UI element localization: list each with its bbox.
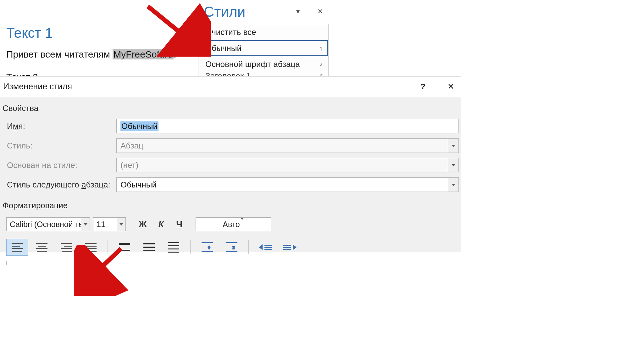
modify-style-dialog: Изменение стиля ? ✕ Свойства Имя: Обычны…	[0, 76, 461, 252]
line-spacing-icon	[143, 243, 155, 251]
align-right-button[interactable]	[55, 239, 77, 256]
body-suffix: !	[174, 49, 176, 59]
style-item-label: Основной шрифт абзаца	[205, 59, 300, 69]
preview-box	[6, 261, 455, 265]
label-based: Основан на стиле:	[7, 160, 116, 170]
style-item-label: Обычный	[205, 43, 242, 53]
section-formatting: Форматирование	[0, 194, 461, 214]
chevron-down-icon[interactable]	[117, 218, 125, 231]
font-combo-value: Calibri (Основной текст	[10, 220, 90, 229]
font-color-value: Авто	[223, 220, 240, 229]
italic-button[interactable]: К	[153, 217, 169, 231]
based-on-combo[interactable]: (нет)	[116, 158, 459, 172]
dialog-title: Изменение стиля	[3, 82, 72, 92]
separator	[190, 240, 191, 254]
row-style: Стиль: Абзац	[3, 136, 459, 155]
increase-indent-button[interactable]	[279, 239, 301, 256]
increase-indent-icon	[283, 244, 297, 250]
chevron-down-icon[interactable]	[448, 178, 458, 192]
line-spacing-icon	[119, 243, 130, 251]
style-item-marker: ¶	[320, 46, 323, 51]
line-spacing-15-button[interactable]	[138, 239, 160, 256]
styles-list: Очистить все Обычный ¶ Основной шрифт аб…	[198, 24, 329, 80]
label-next: Стиль следующего абзаца:	[7, 180, 116, 190]
style-item-normal[interactable]: Обычный ¶	[198, 40, 328, 56]
name-input[interactable]: Обычный	[116, 119, 459, 133]
pane-title: Стили	[204, 3, 246, 20]
name-input-value: Обычный	[120, 121, 158, 131]
styles-pane: Стили ▾ ✕ Очистить все Обычный ¶ Основно…	[198, 0, 329, 80]
chevron-down-icon[interactable]	[81, 218, 90, 231]
align-right-icon	[61, 243, 72, 252]
row-next-style: Стиль следующего абзаца: Обычный	[3, 175, 459, 194]
decrease-indent-button[interactable]	[254, 239, 276, 256]
line-spacing-icon	[168, 242, 179, 253]
font-size-combo[interactable]: 11	[93, 217, 126, 231]
pane-title-row: Стили ▾ ✕	[198, 0, 329, 24]
next-style-combo[interactable]: Обычный	[116, 177, 459, 192]
font-color-combo[interactable]: Авто	[196, 217, 271, 231]
body-selected-text[interactable]: MyFreeSoft.ru	[113, 49, 174, 59]
line-spacing-1-button[interactable]	[114, 239, 136, 256]
separator	[108, 240, 108, 254]
align-justify-icon	[85, 243, 97, 252]
chevron-down-icon[interactable]	[448, 158, 458, 172]
combo-value: Абзац	[120, 141, 143, 151]
style-item-marker: a	[320, 62, 323, 67]
align-center-button[interactable]	[31, 239, 53, 256]
style-item-label: Очистить все	[205, 27, 256, 37]
style-item-clear-all[interactable]: Очистить все	[198, 24, 328, 40]
decrease-indent-icon	[259, 244, 272, 250]
pane-options-icon[interactable]: ▾	[296, 8, 300, 16]
align-left-button[interactable]	[6, 239, 28, 256]
close-icon[interactable]: ✕	[447, 82, 454, 92]
style-item-default-paragraph-font[interactable]: Основной шрифт абзаца a	[198, 56, 328, 72]
chevron-down-icon[interactable]	[448, 139, 458, 153]
label-style: Стиль:	[7, 141, 116, 151]
space-after-icon: ▼▲	[226, 242, 237, 253]
underline-button[interactable]: Ч	[172, 217, 187, 231]
align-left-icon	[12, 243, 23, 252]
chevron-down-icon[interactable]	[240, 220, 244, 229]
font-size-value: 11	[97, 220, 105, 229]
combo-value: Обычный	[120, 180, 157, 190]
row-based-on: Основан на стиле: (нет)	[3, 155, 459, 175]
align-justify-button[interactable]	[80, 239, 102, 256]
bold-button[interactable]: Ж	[135, 217, 150, 231]
paragraph-toolbar: ▲▼ ▼▲	[0, 233, 461, 256]
space-before-button[interactable]: ▲▼	[196, 239, 218, 256]
align-center-icon	[36, 243, 47, 252]
body-prefix: Привет всем читателям	[6, 49, 113, 59]
style-type-combo[interactable]: Абзац	[116, 138, 459, 153]
properties-form: Имя: Обычный Стиль: Абзац Основан на сти…	[0, 116, 461, 194]
row-name: Имя: Обычный	[3, 116, 459, 136]
dialog-titlebar: Изменение стиля ? ✕	[0, 76, 461, 97]
font-combo[interactable]: Calibri (Основной текст	[6, 217, 90, 231]
formatting-toolbar: Calibri (Основной текст 11 Ж К Ч Авто	[0, 214, 461, 233]
line-spacing-2-button[interactable]	[163, 239, 185, 256]
help-icon[interactable]: ?	[420, 82, 425, 92]
label-name: Имя:	[7, 121, 116, 131]
combo-value: (нет)	[120, 160, 138, 170]
separator	[248, 240, 249, 254]
space-before-icon: ▲▼	[202, 242, 213, 253]
body-line[interactable]: Привет всем читателям MyFreeSoft.ru!	[6, 48, 176, 61]
space-after-button[interactable]: ▼▲	[221, 239, 243, 256]
pane-close-icon[interactable]: ✕	[317, 8, 323, 16]
section-properties: Свойства	[0, 97, 461, 116]
